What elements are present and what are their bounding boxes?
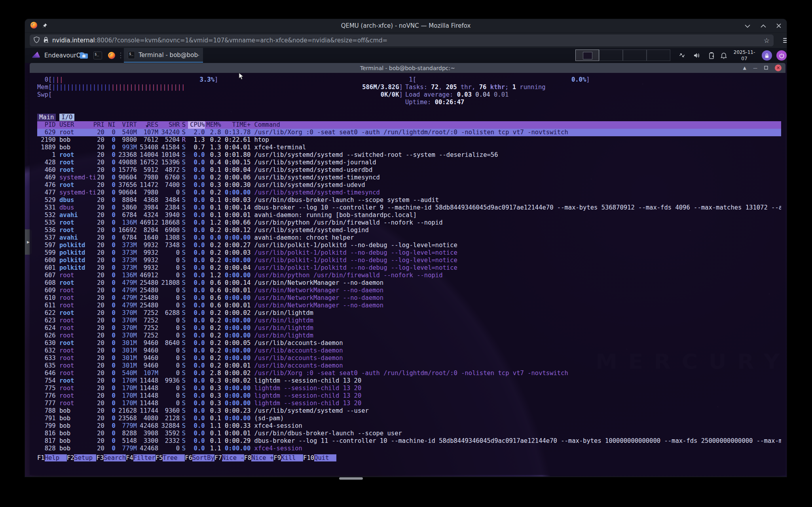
fkey-f8[interactable]: F8 [244,454,252,461]
minimize-button[interactable]: — [753,66,757,70]
firefox-launcher[interactable] [107,51,116,60]
process-row[interactable]: 622root200370M72526288S0.00.20:00.02/usr… [37,309,781,317]
process-row[interactable]: 630root200301M94608640S0.00.20:00.05/usr… [37,339,781,347]
notification-bell-icon[interactable] [719,48,729,63]
process-row[interactable]: 632root200301M94600S0.00.20:00.00/usr/li… [37,347,781,355]
shield-icon[interactable] [34,36,40,45]
process-row[interactable]: 611root200479M254800S0.00.60:00.01/usr/b… [37,302,781,309]
maximize-button[interactable] [764,66,768,71]
process-row[interactable]: 624root200370M72520S0.00.20:00.00/usr/bi… [37,324,781,332]
process-row[interactable]: 1889bob200993M5340841584S0.71.30:04.01xf… [37,144,781,151]
maximize-button[interactable] [761,24,766,28]
menu-hamburger-icon[interactable] [783,38,787,43]
fkey-f10[interactable]: F10 [303,454,314,461]
close-button[interactable]: ✕ [775,65,782,71]
fkey-label-tree[interactable]: Tree [163,454,185,461]
fkey-label-quit[interactable]: Quit [314,454,336,461]
taskbar-button-terminal[interactable]: $_ Terminal - bob@bob-sta... [124,48,203,63]
process-row[interactable]: 788bob20021628117449360S0.00.30:00.23/us… [37,407,781,415]
logout-power-badge[interactable] [776,50,787,61]
fkey-label-sortby[interactable]: SortBy [192,454,214,461]
terminal-titlebar[interactable]: Terminal - bob@bob-standardpc:~ ▲ — ✕ [30,63,785,73]
col-command[interactable]: Command [250,121,781,129]
volume-tray-icon[interactable] [692,48,702,63]
fkey-label-kill[interactable]: Kill [281,454,303,461]
bottom-drag-handle[interactable] [339,477,363,480]
fkey-label-nice+[interactable]: Nice + [251,454,273,461]
tab-main[interactable]: Main [37,114,56,121]
process-row[interactable]: 477systemd-ti2009060479800S0.00.20:00.00… [37,189,781,196]
bookmark-star-icon[interactable]: ☆ [764,36,770,44]
fkey-label-nice-[interactable]: Nice - [222,454,244,461]
shade-button[interactable]: ▲ [743,66,746,70]
tab-io[interactable]: I/O [59,114,74,121]
minimize-button[interactable] [745,24,750,28]
process-row[interactable]: 532avahi200678443243940S0.00.10:00.01ava… [37,212,781,219]
process-row[interactable]: 776root200170M114480S0.00.30:00.00lightd… [37,392,781,400]
fkey-label-help[interactable]: Help [45,454,67,461]
fkey-f5[interactable]: F5 [156,454,163,461]
col-shr[interactable]: SHR [158,121,180,129]
process-row[interactable]: 609root200479M254800S0.00.60:00.01/usr/b… [37,287,781,294]
workspace-2[interactable] [599,50,623,61]
terminal-launcher[interactable]: $_ [93,51,102,60]
close-button[interactable] [776,23,781,28]
workspace-3[interactable] [623,50,647,61]
fkey-label-setup[interactable]: Setup [74,454,96,461]
network-tray-icon[interactable] [677,48,687,63]
fkey-f6[interactable]: F6 [185,454,192,461]
process-row[interactable]: 600polkitd200373M99320S0.00.20:00.00/usr… [37,257,781,264]
process-row[interactable]: 535root200136M4691218668S0.01.20:00.66/u… [37,219,781,227]
fkey-label-search[interactable]: Search [104,454,126,461]
col-virt[interactable]: VIRT [116,121,137,129]
process-row[interactable]: 428root200490881675215396S0.00.40:00.15/… [37,159,781,166]
url-bar[interactable]: nvidia.internal:8006/?console=kvm&novnc=… [30,34,774,46]
col-mem[interactable]: MEM% [205,121,221,129]
process-row[interactable]: 460root2001577659124872S0.00.10:00.04/us… [37,166,781,174]
keyring-lock-badge[interactable] [762,50,772,61]
process-row[interactable]: 610root200479M254800S0.00.60:00.00/usr/b… [37,294,781,302]
process-row-selected[interactable]: 629root200540M107M34240S2.02.80:13.78/us… [37,129,781,136]
process-row[interactable]: 476root20037656114727400S0.00.30:00.30/u… [37,181,781,189]
process-row[interactable]: 754root200170M114489936S0.00.30:00.02lig… [37,377,781,385]
process-row[interactable]: 597polkitd200373M99327348S0.00.20:00.27/… [37,242,781,249]
col-ni[interactable]: NI [104,121,116,129]
workspace-1[interactable] [575,50,599,61]
col-time[interactable]: TIME+ [221,121,251,129]
fkey-label-filter[interactable]: Filter [133,454,156,461]
process-row[interactable]: 599polkitd200373M99320S0.00.20:00.03/usr… [37,249,781,257]
process-row[interactable]: 646root200540M107M0S0.02.80:00.02/usr/li… [37,370,781,377]
lock-icon[interactable] [43,36,49,44]
process-row[interactable]: 601polkitd200373M99320S0.00.20:00.04/usr… [37,264,781,272]
process-row[interactable]: 529dbus200880443683484S0.00.10:00.03/usr… [37,196,781,204]
process-row[interactable]: 608root200479M2548021808S0.00.60:00.14/u… [37,279,781,287]
process-row[interactable]: 816bob200828839083592S0.00.10:00.01/usr/… [37,430,781,437]
process-row[interactable]: 791bob2002356840802128S0.00.10:00.00(sd-… [37,415,781,422]
fkey-f7[interactable]: F7 [214,454,222,461]
col-pid[interactable]: PID [37,121,56,129]
fkey-f3[interactable]: F3 [96,454,104,461]
process-row[interactable]: 775root200170M114480S0.00.30:00.00lightd… [37,385,781,392]
process-row[interactable]: 633root200301M94600S0.00.20:00.00/usr/li… [37,355,781,362]
fkey-f4[interactable]: F4 [126,454,133,461]
col-cpu-sort[interactable]: CPU% [188,121,205,129]
process-row[interactable]: 607root200136M469120S0.01.20:00.00/usr/b… [37,272,781,279]
col-user[interactable]: USER [56,121,93,129]
fkey-f2[interactable]: F2 [67,454,74,461]
fkey-f1[interactable]: F1 [37,454,45,461]
workspace-pager[interactable] [575,50,670,61]
fkey-f9[interactable]: F9 [273,454,281,461]
process-row[interactable]: 828bob200779M424680S0.01.10:00.00xfce4-s… [37,445,781,452]
pin-icon[interactable] [42,22,47,30]
process-row[interactable]: 777root200170M114480S0.00.30:00.00lightd… [37,400,781,407]
process-row[interactable]: 817bob200514833002332S0.00.10:00.29dbus-… [37,437,781,445]
process-row[interactable]: 626root200370M72520S0.00.20:00.00/usr/bi… [37,332,781,339]
url-text[interactable]: nvidia.internal:8006/?console=kvm&novnc=… [52,37,759,44]
process-row[interactable]: 531dbus200586039842384S0.00.10:00.14dbus… [37,204,781,212]
battery-tray-icon[interactable] [706,48,717,63]
process-row[interactable]: 635root200301M94600S0.00.20:00.01/usr/li… [37,362,781,370]
col-pri[interactable]: PRI [93,121,104,129]
process-row[interactable]: 536root2001669282046900S0.00.20:00.12/us… [37,227,781,234]
process-row[interactable]: 623root200370M72520S0.00.20:00.00/usr/bi… [37,317,781,324]
file-manager-launcher[interactable] [79,51,89,60]
